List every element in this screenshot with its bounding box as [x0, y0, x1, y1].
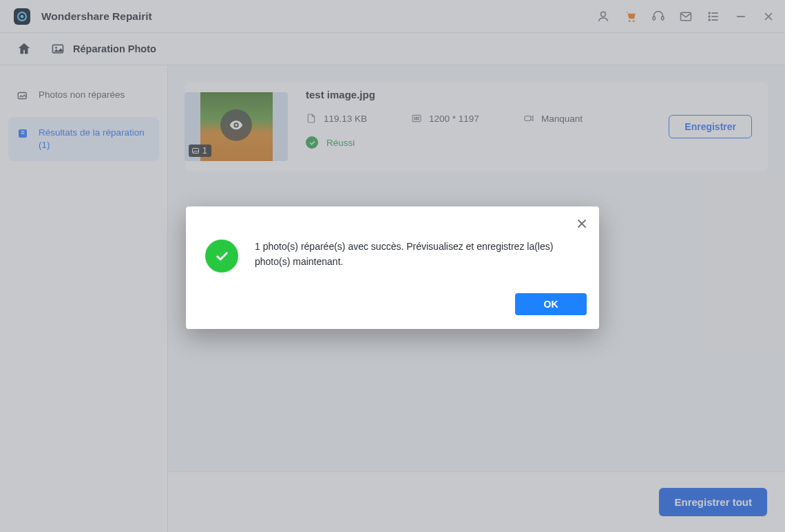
- ok-button[interactable]: OK: [515, 293, 587, 315]
- modal-message: 1 photo(s) réparée(s) avec succès. Prévi…: [255, 240, 587, 269]
- close-icon[interactable]: [574, 216, 589, 231]
- success-modal: 1 photo(s) réparée(s) avec succès. Prévi…: [186, 206, 599, 329]
- success-check-icon: [205, 240, 238, 273]
- modal-overlay: 1 photo(s) réparée(s) avec succès. Prévi…: [0, 0, 785, 532]
